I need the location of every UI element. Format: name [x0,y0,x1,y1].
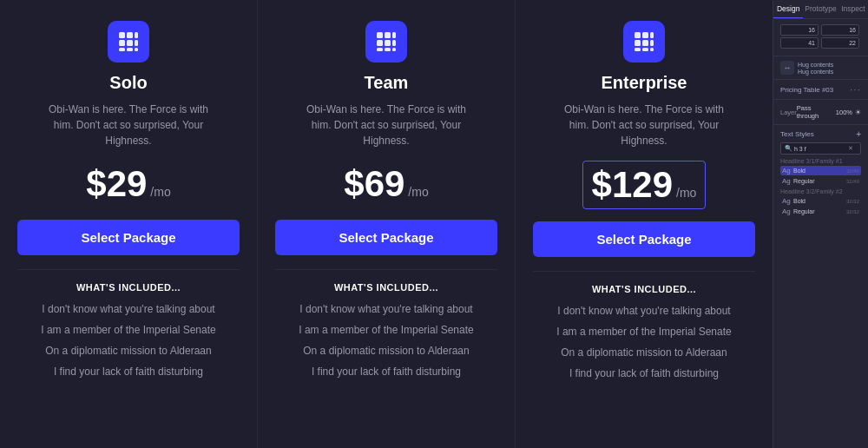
clear-search-icon[interactable]: ✕ [848,145,853,152]
resizing-section: ↔ Hug contents Hug contents [773,56,868,80]
feature-item-enterprise-0: I don't know what you're talking about [533,305,755,317]
resizing-option-2: Hug contents [798,69,833,75]
card-description-solo: Obi-Wan is here. The Force is with him. … [42,102,215,148]
svg-rect-23 [650,40,654,46]
feature-item-team-3: I find your lack of faith disturbing [275,366,497,378]
svg-rect-12 [377,40,383,46]
feature-item-team-1: I am a member of the Imperial Senate [275,324,497,336]
svg-rect-11 [392,32,396,38]
opacity-value[interactable]: 100% [836,109,852,116]
feature-item-enterprise-2: On a diplomatic mission to Alderaan [533,346,755,359]
style-group-1-label: Headline 3/1/Family #1 [780,158,861,164]
features-label-team: WHAT'S INCLUDED... [334,282,438,293]
style-item-regular-2[interactable]: Ag Regular 32/32 [780,207,861,216]
svg-rect-7 [127,48,133,51]
card-title-solo: Solo [109,73,147,93]
feature-item-solo-1: I am a member of the Imperial Senate [17,324,240,336]
tab-prototype[interactable]: Prototype [803,0,838,18]
style-detail-bold-1: 32/40 [846,168,859,174]
component-title: Pricing Table #03 [780,86,833,94]
dimensions-section [773,19,868,56]
h-input[interactable] [821,37,859,49]
divider-enterprise [533,271,755,272]
text-style-search-input[interactable] [794,146,846,152]
svg-rect-5 [135,40,138,46]
resizing-option-1: Hug contents [798,62,833,68]
price-period-solo: /mo [150,185,170,199]
card-description-team: Obi-Wan is here. The Force is with him. … [299,102,473,148]
style-item-regular-1[interactable]: Ag Regular 32/40 [780,176,861,186]
right-panel: Design Prototype Inspect ↔ Hug contents … [773,0,868,448]
feature-item-team-0: I don't know what you're talking about [275,303,497,315]
price-amount-solo: $29 [86,166,147,202]
layer-options-icon[interactable]: ☀ [855,109,861,116]
svg-rect-4 [127,40,133,46]
feature-item-solo-3: I find your lack of faith disturbing [17,366,240,378]
select-package-button-team[interactable]: Select Package [275,220,497,255]
pricing-card-solo: Solo Obi-Wan is here. The Force is with … [0,0,258,448]
style-detail-regular-1: 32/40 [846,179,859,184]
price-container-team: $69 /mo [335,161,437,208]
svg-rect-14 [392,40,396,46]
features-label-enterprise: WHAT'S INCLUDED... [592,284,696,294]
card-description-enterprise: Obi-Wan is here. The Force is with him. … [557,102,731,148]
style-name-bold-1: Bold [793,168,844,174]
card-icon-enterprise [623,21,665,63]
card-icon-solo [108,21,149,63]
features-label-solo: WHAT'S INCLUDED... [76,282,181,293]
style-name-regular-1: Regular [793,178,844,184]
svg-rect-19 [642,32,648,38]
text-style-search-box: 🔍 ✕ [780,142,861,155]
divider-solo [17,269,240,270]
tab-inspect[interactable]: Inspect [838,0,868,18]
text-styles-label: Text Styles [780,130,814,138]
style-name-bold-2: Bold [793,198,844,204]
divider-team [275,269,497,270]
feature-item-team-2: On a diplomatic mission to Alderaan [275,345,497,357]
price-period-team: /mo [408,185,428,199]
feature-item-enterprise-1: I am a member of the Imperial Senate [533,326,755,338]
svg-rect-10 [385,32,391,38]
svg-rect-6 [119,48,125,51]
pricing-card-enterprise: Enterprise Obi-Wan is here. The Force is… [516,0,773,448]
card-title-team: Team [365,73,409,93]
component-title-row: Pricing Table #03 ··· [773,80,868,100]
svg-rect-3 [119,40,125,46]
svg-rect-18 [635,32,641,38]
panel-tabs: Design Prototype Inspect [773,0,868,19]
style-group-2-label: Headline 3/2/Family #2 [780,188,861,194]
w-input[interactable] [780,37,819,49]
select-package-button-enterprise[interactable]: Select Package [533,221,755,257]
svg-rect-24 [635,48,641,51]
text-styles-section: Text Styles + 🔍 ✕ Headline 3/1/Family #1… [773,125,868,448]
style-detail-regular-2: 32/32 [846,209,859,214]
price-amount-team: $69 [344,166,404,202]
style-detail-bold-2: 32/32 [846,199,859,204]
svg-rect-15 [377,48,383,51]
ag-icon-4: Ag [782,208,791,215]
svg-rect-17 [392,48,396,51]
ag-icon-2: Ag [782,177,791,185]
layer-section: Layer Pass through 100% ☀ [773,100,868,125]
tab-design[interactable]: Design [773,0,803,18]
x-input[interactable] [780,24,819,36]
svg-rect-21 [635,40,641,46]
style-item-bold-2[interactable]: Ag Bold 32/32 [780,196,861,206]
svg-rect-0 [119,32,125,38]
svg-rect-8 [135,48,138,51]
style-name-regular-2: Regular [793,208,844,214]
svg-rect-25 [642,48,648,51]
svg-rect-22 [642,40,648,46]
add-text-style-icon[interactable]: + [856,129,861,139]
y-input[interactable] [821,24,859,36]
svg-rect-13 [385,40,391,46]
layer-label: Layer [780,109,797,116]
more-options-icon[interactable]: ··· [850,83,861,96]
svg-rect-9 [377,32,383,38]
ag-icon-1: Ag [782,167,791,175]
feature-item-solo-0: I don't know what you're talking about [17,303,240,315]
price-container-solo: $29 /mo [77,161,179,208]
blend-mode[interactable]: Pass through [797,104,833,120]
style-item-bold-1[interactable]: Ag Bold 32/40 [780,166,861,175]
select-package-button-solo[interactable]: Select Package [17,220,240,255]
